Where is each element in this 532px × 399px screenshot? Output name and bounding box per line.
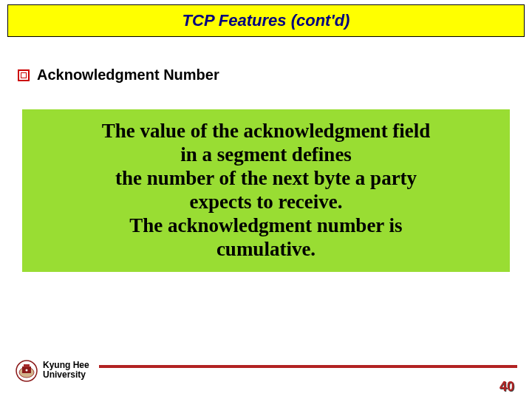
- svg-point-4: [26, 369, 28, 372]
- highlight-line: the number of the next byte a party: [115, 167, 417, 189]
- bullet-row: Acknowledgment Number: [18, 66, 219, 83]
- highlight-text: The value of the acknowledgment field in…: [102, 120, 431, 261]
- slide-title: TCP Features (cont'd): [183, 11, 350, 30]
- footer-divider: [99, 365, 517, 368]
- highlight-line: The value of the acknowledgment field: [102, 120, 431, 142]
- institution-line1: Kyung Hee: [43, 360, 89, 370]
- svg-rect-3: [24, 364, 30, 367]
- highlight-line: in a segment defines: [180, 143, 352, 166]
- footer: Kyung Hee University: [15, 358, 517, 387]
- university-logo-icon: [15, 359, 38, 383]
- highlight-line: expects to receive.: [189, 191, 342, 213]
- bullet-square-icon: [18, 69, 30, 81]
- title-bar: TCP Features (cont'd): [7, 4, 525, 37]
- bullet-label: Acknowledgment Number: [37, 66, 219, 83]
- highlight-box: The value of the acknowledgment field in…: [22, 109, 510, 272]
- institution-name: Kyung Hee University: [43, 361, 89, 380]
- highlight-line: cumulative.: [216, 238, 316, 260]
- highlight-line: The acknowledgment number is: [129, 214, 402, 236]
- page-number: 40: [499, 379, 514, 395]
- institution-line2: University: [43, 369, 86, 380]
